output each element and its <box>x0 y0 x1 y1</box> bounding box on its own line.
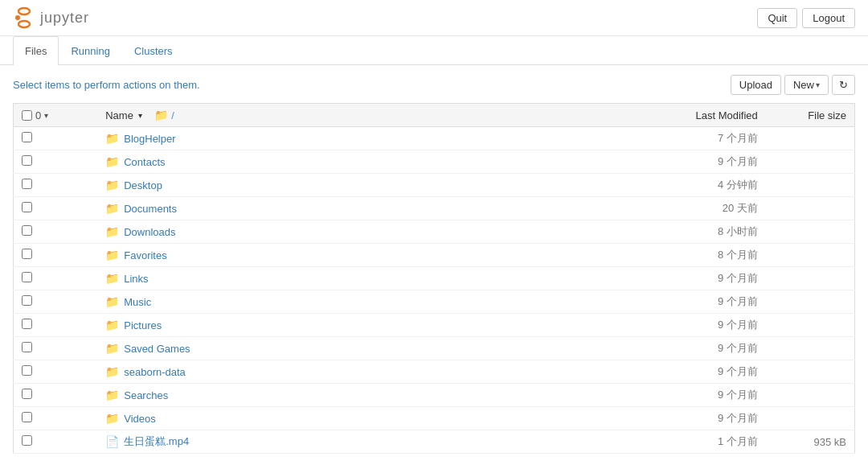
row-checkbox[interactable] <box>22 295 32 306</box>
file-link[interactable]: Documents <box>124 203 177 215</box>
file-link[interactable]: 生日蛋糕.mp4 <box>124 434 189 449</box>
select-all-checkbox[interactable] <box>22 110 32 121</box>
folder-icon: 📁 <box>105 132 119 145</box>
row-checkbox[interactable] <box>22 389 32 399</box>
toolbar-row: Select items to perform actions on them.… <box>13 75 855 95</box>
new-button[interactable]: New ▾ <box>784 75 829 95</box>
modified-cell: 4 分钟前 <box>602 174 770 197</box>
table-row: 📁Searches9 个月前 <box>14 384 855 407</box>
file-link[interactable]: Contacts <box>124 156 165 168</box>
modified-cell: 9 个月前 <box>602 384 770 407</box>
logout-button[interactable]: Logout <box>802 8 855 28</box>
modified-cell: 9 个月前 <box>602 150 770 174</box>
folder-icon: 📁 <box>105 155 119 168</box>
svg-point-0 <box>18 8 30 14</box>
folder-icon: 📁 <box>105 272 119 285</box>
row-checkbox[interactable] <box>22 202 32 212</box>
quit-button[interactable]: Quit <box>757 8 797 28</box>
file-link[interactable]: seaborn-data <box>124 366 186 378</box>
upload-button[interactable]: Upload <box>731 75 781 95</box>
table-row: 📁Videos9 个月前 <box>14 407 855 430</box>
table-row: 📁Links9 个月前 <box>14 267 855 290</box>
row-checkbox[interactable] <box>22 435 32 446</box>
size-cell <box>771 244 855 267</box>
size-cell <box>771 127 855 150</box>
table-row: 📁Saved Games9 个月前 <box>14 337 855 360</box>
table-row: 📁Contacts9 个月前 <box>14 150 855 174</box>
size-cell <box>771 360 855 384</box>
file-link[interactable]: Pictures <box>124 319 162 331</box>
file-list: 📁BlogHelper7 个月前📁Contacts9 个月前📁Desktop4 … <box>14 127 855 454</box>
modified-cell: 7 个月前 <box>602 127 770 150</box>
file-icon: 📄 <box>105 435 119 448</box>
table-row: 📁Favorites8 个月前 <box>14 244 855 267</box>
jupyter-logo-icon <box>13 6 35 29</box>
table-row: 📁Downloads8 小时前 <box>14 220 855 244</box>
logo-text: jupyter <box>40 10 89 27</box>
row-checkbox[interactable] <box>22 225 32 236</box>
row-checkbox[interactable] <box>22 132 32 142</box>
table-row: 📁BlogHelper7 个月前 <box>14 127 855 150</box>
table-row: 📁seaborn-data9 个月前 <box>14 360 855 384</box>
modified-cell: 9 个月前 <box>602 267 770 290</box>
row-checkbox[interactable] <box>22 319 32 329</box>
select-message: Select items to perform actions on them. <box>13 79 200 91</box>
modified-cell: 1 个月前 <box>602 430 770 454</box>
file-link[interactable]: Saved Games <box>124 343 190 355</box>
table-row: 📁Documents20 天前 <box>14 197 855 220</box>
select-dropdown-arrow: ▾ <box>44 111 48 120</box>
refresh-button[interactable]: ↻ <box>832 75 855 95</box>
file-link[interactable]: Videos <box>124 413 156 425</box>
modified-cell: 9 个月前 <box>602 360 770 384</box>
svg-point-2 <box>15 15 20 20</box>
row-checkbox[interactable] <box>22 155 32 166</box>
breadcrumb-folder-icon: 📁 <box>154 109 168 121</box>
modified-cell: 8 个月前 <box>602 244 770 267</box>
row-checkbox[interactable] <box>22 179 32 189</box>
folder-icon: 📁 <box>105 179 119 191</box>
size-cell <box>771 384 855 407</box>
folder-icon: 📁 <box>105 412 119 425</box>
tab-files[interactable]: Files <box>13 36 59 65</box>
folder-icon: 📁 <box>105 225 119 238</box>
folder-icon: 📁 <box>105 365 119 378</box>
file-link[interactable]: Music <box>124 296 151 308</box>
size-cell <box>771 174 855 197</box>
folder-icon: 📁 <box>105 389 119 401</box>
row-checkbox[interactable] <box>22 249 32 259</box>
folder-icon: 📁 <box>105 249 119 261</box>
tab-clusters[interactable]: Clusters <box>122 36 185 65</box>
modified-column-header[interactable]: Last Modified <box>602 104 770 127</box>
tab-running[interactable]: Running <box>59 36 121 65</box>
tabs-bar: Files Running Clusters <box>0 36 868 65</box>
folder-icon: 📁 <box>105 202 119 215</box>
new-dropdown-arrow: ▾ <box>816 80 820 89</box>
file-link[interactable]: Desktop <box>124 179 162 191</box>
modified-cell: 8 小时前 <box>602 220 770 244</box>
file-link[interactable]: Links <box>124 273 148 285</box>
size-cell <box>771 337 855 360</box>
header: jupyter Quit Logout <box>0 0 868 36</box>
file-link[interactable]: Favorites <box>124 249 166 261</box>
size-cell <box>771 220 855 244</box>
folder-icon: 📁 <box>105 295 119 308</box>
modified-cell: 9 个月前 <box>602 314 770 337</box>
row-checkbox[interactable] <box>22 342 32 352</box>
select-all-header: 0 ▾ <box>14 104 98 127</box>
table-row: 📁Pictures9 个月前 <box>14 314 855 337</box>
row-checkbox[interactable] <box>22 412 32 422</box>
header-buttons: Quit Logout <box>757 8 855 28</box>
name-column-header[interactable]: Name ▾ 📁 / <box>97 104 602 127</box>
modified-cell: 9 个月前 <box>602 407 770 430</box>
table-row: 📁Desktop4 分钟前 <box>14 174 855 197</box>
size-column-header[interactable]: File size <box>771 104 855 127</box>
row-checkbox[interactable] <box>22 365 32 376</box>
size-cell <box>771 290 855 314</box>
size-cell <box>771 267 855 290</box>
size-cell <box>771 197 855 220</box>
file-link[interactable]: BlogHelper <box>124 133 175 145</box>
file-link[interactable]: Downloads <box>124 226 175 238</box>
file-link[interactable]: Searches <box>124 389 168 401</box>
modified-cell: 9 个月前 <box>602 290 770 314</box>
row-checkbox[interactable] <box>22 272 32 282</box>
